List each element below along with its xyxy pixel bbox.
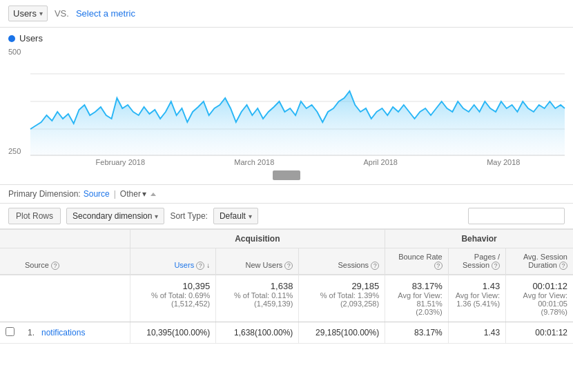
totals-avg-session-sub: Avg for View: 00:01:05 (9.78%) — [512, 291, 567, 316]
row1-users-cell: 10,395(100.00%) — [130, 322, 216, 344]
chevron-down-icon-sort: ▾ — [249, 213, 252, 220]
plot-rows-button[interactable]: Plot Rows — [8, 208, 61, 224]
row1-avg-session-value: 00:01:12 — [535, 328, 567, 337]
chart-legend: Users — [8, 33, 565, 43]
totals-sessions-main: 29,185 — [304, 281, 379, 291]
users-metric-label: Users — [13, 8, 37, 19]
totals-sessions-cell: 29,185 % of Total: 1.39% (2,093,258) — [299, 275, 385, 322]
row1-avg-session-cell: 00:01:12 — [506, 322, 573, 344]
row1-source-link[interactable]: notifications — [41, 328, 85, 337]
source-help-icon[interactable]: ? — [51, 262, 59, 270]
row1-new-users-value: 1,638(100.00%) — [234, 328, 293, 337]
totals-bounce-sub: Avg for View: 81.51% (2.03%) — [391, 291, 443, 316]
source-group-header — [19, 230, 130, 248]
group-header-row: Acquisition Behavior — [0, 230, 573, 248]
totals-bounce-main: 83.17% — [391, 281, 443, 291]
primary-dimension-bar: Primary Dimension: Source | Other ▾ — [0, 184, 573, 203]
row1-pages-cell: 1.43 — [448, 322, 505, 344]
users-col-label: Users — [174, 261, 194, 269]
chart-container: Users 500 250 F — [0, 28, 573, 184]
sort-type-dropdown[interactable]: Default ▾ — [213, 208, 258, 224]
totals-avg-session-main: 00:01:12 — [512, 281, 567, 291]
behavior-group-header: Behavior — [385, 230, 573, 248]
source-col-header: Source ? — [19, 248, 130, 275]
sort-default-label: Default — [220, 211, 246, 221]
chevron-down-icon-other: ▾ — [142, 189, 146, 199]
y-label-500: 500 — [8, 48, 21, 56]
row1-pages-value: 1.43 — [484, 328, 500, 337]
pages-session-col-header[interactable]: Pages / Session ? — [448, 248, 505, 275]
bounce-rate-col-header[interactable]: Bounce Rate ? — [385, 248, 449, 275]
table-row: 1. notifications 10,395(100.00%) 1,638(1… — [0, 322, 573, 344]
totals-row: 10,395 % of Total: 0.69% (1,512,452) 1,6… — [0, 275, 573, 322]
pages-session-help-icon[interactable]: ? — [492, 262, 500, 270]
row1-checkbox-cell[interactable] — [0, 322, 19, 344]
x-axis-labels: February 2018 March 2018 April 2018 May … — [30, 157, 565, 169]
secondary-dimension-dropdown[interactable]: Secondary dimension ▾ — [66, 208, 164, 224]
col-header-row: Source ? Users ? ↓ New Users ? Sessions … — [0, 248, 573, 275]
chevron-down-icon-secondary: ▾ — [155, 213, 158, 220]
totals-users-sub: % of Total: 0.69% (1,512,452) — [136, 291, 211, 308]
users-col-header[interactable]: Users ? ↓ — [130, 248, 216, 275]
sessions-col-header[interactable]: Sessions ? — [299, 248, 385, 275]
totals-sessions-sub: % of Total: 1.39% (2,093,258) — [304, 291, 379, 308]
checkbox-col-header — [0, 248, 19, 275]
totals-users-main: 10,395 — [136, 281, 211, 291]
acquisition-group-header: Acquisition — [130, 230, 385, 248]
users-legend-dot — [8, 35, 15, 42]
users-metric-dropdown[interactable]: Users ▾ — [8, 6, 48, 21]
sessions-help-icon[interactable]: ? — [371, 262, 379, 270]
totals-pages-main: 1.43 — [454, 281, 500, 291]
bounce-rate-col-label: Bounce Rate — [398, 253, 443, 261]
secondary-dimension-label: Secondary dimension — [72, 211, 152, 221]
x-label-mar: March 2018 — [234, 158, 274, 166]
other-dimension-label: Other — [120, 189, 141, 199]
data-table: Acquisition Behavior Source ? Users ? ↓ … — [0, 229, 573, 344]
scrollbar-thumb[interactable] — [273, 170, 300, 180]
row1-users-value: 10,395(100.00%) — [146, 328, 210, 337]
sort-arrow-icon: ↓ — [206, 262, 210, 269]
table-search-input[interactable] — [468, 208, 565, 224]
bounce-rate-help-icon[interactable]: ? — [434, 262, 443, 270]
chevron-down-icon: ▾ — [39, 10, 43, 17]
caret-up-icon — [150, 193, 156, 196]
y-label-250: 250 — [8, 147, 21, 155]
new-users-help-icon[interactable]: ? — [284, 262, 293, 270]
x-label-feb: February 2018 — [96, 158, 146, 166]
row1-checkbox[interactable] — [6, 327, 14, 336]
source-dimension-link[interactable]: Source — [84, 189, 110, 199]
totals-new-users-cell: 1,638 % of Total: 0.11% (1,459,139) — [216, 275, 299, 322]
checkbox-group-header — [0, 230, 19, 248]
totals-dim-cell — [19, 275, 130, 322]
chart-svg — [30, 46, 565, 157]
x-label-apr: April 2018 — [363, 158, 398, 166]
totals-bounce-cell: 83.17% Avg for View: 81.51% (2.03%) — [385, 275, 449, 322]
other-dimension-dropdown[interactable]: Other ▾ — [120, 189, 146, 199]
totals-new-users-sub: % of Total: 0.11% (1,459,139) — [222, 291, 293, 308]
toolbar: Plot Rows Secondary dimension ▾ Sort Typ… — [0, 203, 573, 229]
totals-pages-cell: 1.43 Avg for View: 1.36 (5.41%) — [448, 275, 505, 322]
scrollbar-area[interactable] — [8, 169, 565, 182]
new-users-col-header[interactable]: New Users ? — [216, 248, 299, 275]
totals-pages-sub: Avg for View: 1.36 (5.41%) — [454, 291, 500, 308]
users-legend-label: Users — [19, 33, 43, 43]
totals-new-users-main: 1,638 — [222, 281, 293, 291]
avg-session-col-header[interactable]: Avg. Session Duration ? — [506, 248, 573, 275]
select-metric-link[interactable]: Select a metric — [76, 8, 135, 19]
users-help-icon[interactable]: ? — [196, 262, 204, 270]
avg-session-help-icon[interactable]: ? — [559, 262, 567, 270]
source-col-label: Source — [25, 261, 49, 269]
row1-sessions-value: 29,185(100.00%) — [315, 328, 379, 337]
row1-sessions-cell: 29,185(100.00%) — [299, 322, 385, 344]
vs-label: VS. — [55, 8, 69, 19]
totals-users-cell: 10,395 % of Total: 0.69% (1,512,452) — [130, 275, 216, 322]
sessions-col-label: Sessions — [338, 261, 369, 269]
row1-bounce-value: 83.17% — [414, 328, 443, 337]
primary-dim-label: Primary Dimension: — [8, 189, 81, 199]
top-controls: Users ▾ VS. Select a metric — [0, 0, 573, 28]
row1-dim-cell: 1. notifications — [19, 322, 130, 343]
totals-avg-session-cell: 00:01:12 Avg for View: 00:01:05 (9.78%) — [506, 275, 573, 322]
sort-type-label: Sort Type: — [170, 211, 207, 221]
totals-checkbox-cell — [0, 275, 19, 322]
row1-number: 1. — [28, 328, 35, 337]
